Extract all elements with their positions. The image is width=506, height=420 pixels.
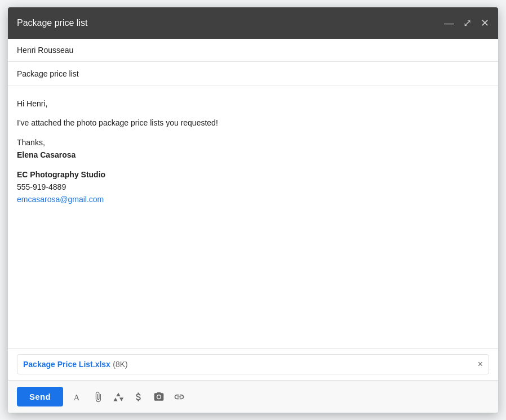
send-button[interactable]: Send [17, 387, 63, 406]
body-greeting: Hi Henri, [17, 97, 489, 110]
window-title: Package price list [17, 18, 87, 28]
attachment-chip: Package Price List.xlsx (8K) × [17, 354, 489, 374]
maximize-button[interactable]: ⤢ [463, 18, 472, 28]
studio-name: EC Photography Studio [17, 170, 105, 179]
window-controls: — ⤢ ✕ [444, 18, 489, 28]
attachment-size: (8K) [113, 360, 127, 369]
compose-window: Package price list — ⤢ ✕ Henri Rousseau … [8, 7, 498, 413]
compose-toolbar: Send A [8, 380, 498, 413]
to-field-row: Henri Rousseau [8, 39, 498, 62]
phone-number: 555-919-4889 [17, 182, 66, 191]
attachment-remove-button[interactable]: × [478, 359, 483, 369]
sender-name: Elena Casarosa [17, 150, 76, 159]
subject-value: Package price list [17, 69, 79, 78]
body-line1: I've attached the photo package price li… [17, 117, 489, 129]
drive-icon[interactable] [113, 391, 124, 403]
body-thanks: Thanks, Elena Casarosa [17, 136, 489, 162]
email-link[interactable]: emcasarosa@gmail.com [17, 195, 104, 204]
subject-field-row: Package price list [8, 62, 498, 86]
to-value: Henri Rousseau [17, 46, 73, 55]
dollar-icon[interactable] [133, 391, 144, 403]
svg-text:A: A [73, 392, 79, 401]
font-icon[interactable]: A [72, 391, 83, 403]
attachment-row: Package Price List.xlsx (8K) × [8, 348, 498, 380]
attachment-info: Package Price List.xlsx (8K) [23, 359, 128, 369]
attach-icon[interactable] [92, 391, 104, 403]
camera-icon[interactable] [153, 391, 165, 403]
studio-block: EC Photography Studio 555-919-4889 emcas… [17, 168, 489, 206]
minimize-button[interactable]: — [444, 18, 454, 28]
title-bar: Package price list — ⤢ ✕ [8, 7, 498, 39]
attachment-name[interactable]: Package Price List.xlsx [23, 360, 110, 369]
close-button[interactable]: ✕ [481, 18, 489, 28]
link-icon[interactable] [174, 391, 185, 403]
email-body: Hi Henri, I've attached the photo packag… [8, 86, 498, 348]
